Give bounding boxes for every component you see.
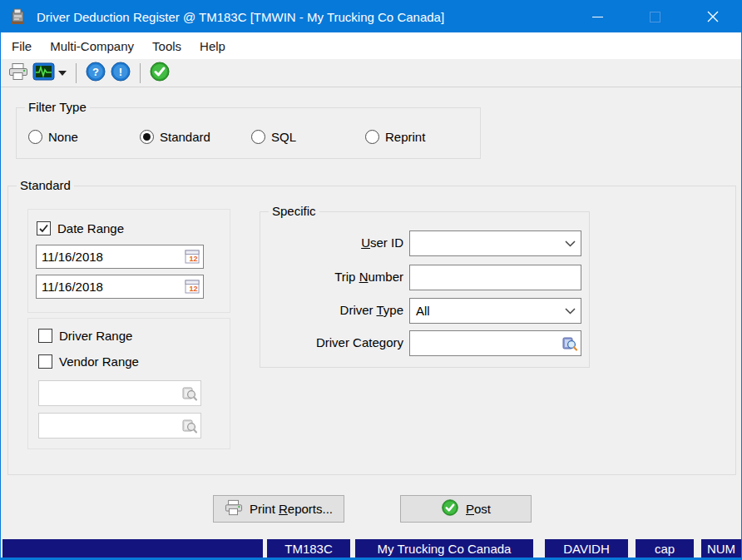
svg-text:12: 12 — [189, 255, 197, 263]
post-button[interactable]: Post — [400, 495, 532, 523]
date-to-input[interactable] — [37, 275, 181, 298]
driver-range-checkbox[interactable]: Driver Range — [38, 327, 132, 344]
chevron-down-icon[interactable] — [559, 308, 581, 315]
lookup-icon — [561, 335, 578, 352]
driver-category-input[interactable] — [410, 331, 559, 355]
vendor-range-checkbox[interactable]: Vendor Range — [38, 353, 139, 369]
chevron-down-icon[interactable] — [559, 240, 581, 247]
status-segment-num: NUM — [701, 539, 741, 558]
caption-buttons — [569, 1, 741, 32]
trip-number-label: Trip Number — [260, 270, 403, 284]
driver-type-label: Driver Type — [260, 303, 403, 317]
vendor-range-label: Vendor Range — [59, 354, 139, 369]
toolbar-separator — [140, 63, 141, 83]
driver-range-input — [39, 381, 179, 405]
svg-text:!: ! — [119, 66, 122, 78]
close-button[interactable] — [684, 1, 741, 32]
date-range-label: Date Range — [57, 221, 124, 235]
standard-group: Standard Date Range 12 — [7, 186, 736, 475]
user-id-label: User ID — [260, 235, 403, 250]
user-id-combobox[interactable] — [409, 230, 581, 256]
lookup-icon-disabled — [181, 385, 198, 402]
svg-text:?: ? — [92, 66, 99, 78]
toolbar: ? ! — [1, 59, 741, 87]
post-check-icon — [149, 61, 171, 85]
driver-category-lookup-button[interactable] — [559, 331, 581, 355]
help-icon: ? — [85, 61, 106, 85]
radio-none-circle — [28, 130, 42, 144]
vendor-range-input — [39, 414, 179, 438]
minimize-button[interactable] — [569, 1, 626, 32]
menu-bar: File Multi-Company Tools Help — [1, 32, 741, 59]
driver-type-combobox[interactable]: All — [409, 298, 581, 324]
driver-type-value: All — [410, 304, 559, 318]
specific-group-label: Specific — [269, 204, 319, 218]
trace-monitor-dropdown-button[interactable] — [56, 62, 69, 85]
status-bar: TM183C My Trucking Co Canada DAVIDH cap … — [1, 538, 741, 559]
filter-type-group: Filter Type None Standard SQL Reprint — [16, 107, 481, 159]
about-toolbar-button[interactable]: ! — [108, 62, 133, 85]
status-segment-caps: cap — [636, 539, 694, 558]
window-title: Driver Deduction Register @ TM183C [TMWI… — [37, 10, 444, 24]
radio-none-label: None — [48, 130, 78, 144]
print-reports-button[interactable]: Print Reports... — [213, 495, 344, 523]
filter-type-group-label: Filter Type — [25, 100, 90, 114]
status-segment-message — [2, 539, 263, 558]
maximize-button — [626, 1, 684, 32]
status-segment-terminal: TM183C — [267, 539, 350, 558]
print-icon — [8, 62, 28, 83]
radio-none[interactable]: None — [28, 126, 78, 146]
date-from-calendar-button[interactable]: 12 — [181, 245, 203, 268]
app-window: Driver Deduction Register @ TM183C [TMWI… — [0, 0, 742, 560]
menu-multi-company[interactable]: Multi-Company — [41, 35, 143, 57]
window-bottom-border — [1, 558, 741, 559]
menu-tools[interactable]: Tools — [143, 35, 190, 57]
svg-text:12: 12 — [189, 285, 197, 293]
date-to-calendar-button[interactable]: 12 — [181, 275, 203, 298]
trace-monitor-icon — [32, 62, 55, 84]
radio-reprint-circle — [365, 130, 379, 144]
radio-sql-label: SQL — [271, 130, 296, 144]
print-icon — [225, 499, 243, 518]
about-icon: ! — [110, 61, 131, 85]
date-from-field[interactable]: 12 — [36, 245, 204, 269]
date-from-input[interactable] — [37, 245, 181, 268]
calendar-icon: 12 — [184, 278, 201, 295]
lookup-icon-disabled — [181, 418, 198, 434]
radio-reprint-label: Reprint — [385, 130, 425, 144]
help-toolbar-button[interactable]: ? — [83, 62, 108, 85]
date-to-field[interactable]: 12 — [36, 275, 204, 299]
vendor-range-lookup-button — [179, 414, 200, 438]
status-segment-user: DAVIDH — [545, 539, 628, 558]
date-range-panel: Date Range 12 12 — [27, 209, 230, 313]
post-button-label: Post — [466, 502, 491, 516]
checkbox-check-icon — [37, 221, 51, 235]
trip-number-field[interactable] — [409, 265, 581, 290]
print-reports-button-label: Print Reports... — [250, 502, 333, 516]
menu-help[interactable]: Help — [190, 35, 235, 57]
driver-category-field[interactable] — [409, 330, 581, 356]
driver-vendor-panel: Driver Range Vendor Range — [27, 318, 230, 449]
specific-group: Specific User ID Trip Number Driver Type — [260, 211, 590, 368]
print-toolbar-button[interactable] — [6, 62, 31, 85]
standard-group-label: Standard — [17, 178, 74, 192]
trip-number-input[interactable] — [410, 265, 581, 290]
driver-range-field — [38, 380, 201, 406]
date-range-checkbox[interactable]: Date Range — [37, 220, 124, 236]
radio-reprint[interactable]: Reprint — [365, 126, 425, 146]
radio-standard-circle — [140, 130, 154, 144]
driver-category-label: Driver Category — [260, 335, 403, 349]
checkbox-empty-icon — [38, 329, 52, 343]
driver-range-lookup-button — [179, 381, 200, 405]
radio-sql-circle — [251, 130, 265, 144]
menu-file[interactable]: File — [2, 35, 41, 57]
trace-monitor-toolbar-button[interactable] — [31, 62, 56, 85]
radio-standard-label: Standard — [160, 130, 210, 144]
checkbox-empty-icon — [38, 354, 52, 369]
dropdown-arrow-icon — [58, 71, 67, 76]
calendar-icon: 12 — [184, 248, 201, 265]
status-segment-company: My Trucking Co Canada — [355, 539, 533, 558]
post-toolbar-button[interactable] — [147, 62, 172, 85]
radio-sql[interactable]: SQL — [251, 126, 296, 146]
radio-standard[interactable]: Standard — [140, 126, 210, 146]
